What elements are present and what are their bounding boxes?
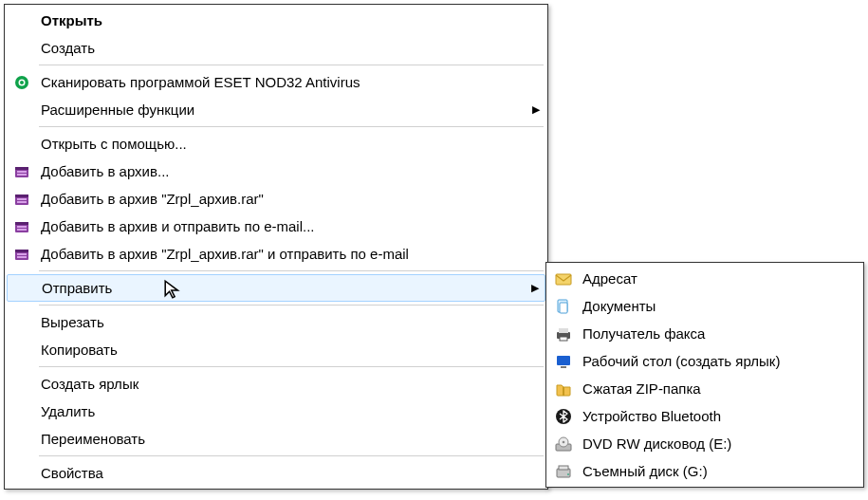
menu-create-label: Создать xyxy=(37,40,545,56)
menu-properties-label: Свойства xyxy=(37,465,545,481)
separator xyxy=(39,305,544,306)
sendto-recipient-label: Адресат xyxy=(579,270,861,287)
menu-rename-label: Переименовать xyxy=(37,431,545,447)
menu-cut[interactable]: Вырезать xyxy=(7,308,545,336)
winrar-icon xyxy=(7,218,37,235)
menu-archive-named-and-email[interactable]: Добавить в архив "Zrpl_архив.rar" и отпр… xyxy=(7,240,545,268)
menu-add-to-archive-label: Добавить в архив... xyxy=(37,163,545,179)
menu-create-shortcut[interactable]: Создать ярлык xyxy=(7,370,545,398)
sendto-dvd-label: DVD RW дисковод (E:) xyxy=(579,435,861,452)
svg-rect-6 xyxy=(17,174,27,176)
separator xyxy=(39,126,544,127)
sendto-desktop[interactable]: Рабочий стол (создать ярлык) xyxy=(548,347,861,375)
sendto-bluetooth[interactable]: Устройство Bluetooth xyxy=(548,402,861,430)
bluetooth-icon xyxy=(548,408,579,425)
menu-advanced-functions-label: Расширенные функции xyxy=(37,102,526,118)
menu-rename[interactable]: Переименовать xyxy=(7,425,545,453)
svg-rect-5 xyxy=(17,171,27,173)
svg-rect-25 xyxy=(557,356,570,365)
mail-icon xyxy=(548,270,579,287)
svg-point-31 xyxy=(563,440,565,443)
svg-rect-13 xyxy=(17,226,27,228)
separator xyxy=(39,65,544,65)
removable-disk-icon xyxy=(548,463,579,480)
sendto-zip-label: Сжатая ZIP-папка xyxy=(579,380,861,397)
svg-rect-4 xyxy=(15,167,28,170)
menu-delete-label: Удалить xyxy=(37,403,545,419)
menu-archive-named-and-email-label: Добавить в архив "Zrpl_архив.rar" и отпр… xyxy=(37,246,545,262)
sendto-zip[interactable]: Сжатая ZIP-папка xyxy=(548,375,861,402)
menu-add-to-archive[interactable]: Добавить в архив... xyxy=(7,157,545,185)
separator xyxy=(39,455,544,456)
svg-rect-14 xyxy=(17,229,27,231)
menu-delete[interactable]: Удалить xyxy=(7,398,545,425)
menu-add-to-named-archive-label: Добавить в архив "Zrpl_архив.rar" xyxy=(37,191,545,207)
menu-properties[interactable]: Свойства xyxy=(7,459,545,487)
svg-rect-23 xyxy=(559,328,568,333)
svg-rect-24 xyxy=(560,337,567,341)
svg-rect-27 xyxy=(563,387,564,396)
winrar-icon xyxy=(7,191,37,208)
svg-rect-8 xyxy=(15,194,28,197)
menu-create-shortcut-label: Создать ярлык xyxy=(37,376,545,392)
sendto-dvd-drive[interactable]: DVD RW дисковод (E:) xyxy=(548,430,861,457)
svg-rect-12 xyxy=(15,222,28,225)
menu-copy-label: Копировать xyxy=(37,342,545,358)
separator xyxy=(39,270,544,271)
svg-point-34 xyxy=(567,473,569,475)
svg-rect-18 xyxy=(17,256,27,258)
sendto-documents[interactable]: Документы xyxy=(548,292,861,320)
documents-icon xyxy=(548,298,579,315)
eset-icon xyxy=(7,74,37,91)
svg-rect-10 xyxy=(17,201,27,203)
menu-archive-and-email-label: Добавить в архив и отправить по e-mail..… xyxy=(37,218,545,234)
zip-folder-icon xyxy=(548,380,579,398)
menu-send-to[interactable]: Отправить ▶ xyxy=(7,274,545,302)
sendto-removable-label: Съемный диск (G:) xyxy=(579,463,861,479)
menu-open-with-label: Открыть с помощью... xyxy=(37,136,545,152)
fax-icon xyxy=(548,325,579,343)
sendto-fax-label: Получатель факса xyxy=(579,325,861,342)
menu-advanced-functions[interactable]: Расширенные функции ▶ xyxy=(7,96,545,123)
svg-rect-26 xyxy=(561,366,566,368)
svg-rect-21 xyxy=(560,303,567,313)
menu-add-to-named-archive[interactable]: Добавить в архив "Zrpl_архив.rar" xyxy=(7,185,545,213)
desktop-icon xyxy=(548,353,579,370)
menu-cut-label: Вырезать xyxy=(37,314,545,330)
svg-rect-17 xyxy=(17,253,27,255)
submenu-arrow-icon: ▶ xyxy=(526,282,545,294)
sendto-documents-label: Документы xyxy=(579,298,861,314)
separator xyxy=(39,366,544,367)
dvd-drive-icon xyxy=(548,435,579,453)
menu-create[interactable]: Создать xyxy=(7,34,545,62)
svg-point-2 xyxy=(20,81,24,84)
menu-scan-eset-label: Сканировать программой ESET NOD32 Antivi… xyxy=(37,74,545,90)
sendto-fax[interactable]: Получатель факса xyxy=(548,320,861,347)
sendto-recipient[interactable]: Адресат xyxy=(548,265,861,292)
context-menu-sendto: Адресат Документы Получатель факса Рабоч… xyxy=(545,262,864,488)
submenu-arrow-icon: ▶ xyxy=(526,103,545,116)
svg-rect-9 xyxy=(17,198,27,200)
svg-rect-19 xyxy=(556,274,571,285)
sendto-removable-disk[interactable]: Съемный диск (G:) xyxy=(548,457,861,485)
svg-rect-16 xyxy=(15,250,28,252)
context-menu-main: Открыть Создать Сканировать программой E… xyxy=(4,4,548,490)
menu-scan-eset[interactable]: Сканировать программой ESET NOD32 Antivi… xyxy=(7,68,545,96)
svg-rect-33 xyxy=(559,466,568,470)
menu-open-with[interactable]: Открыть с помощью... xyxy=(7,130,545,157)
sendto-desktop-label: Рабочий стол (создать ярлык) xyxy=(579,353,861,369)
menu-open-label: Открыть xyxy=(37,12,545,28)
menu-open[interactable]: Открыть xyxy=(7,7,545,34)
sendto-bluetooth-label: Устройство Bluetooth xyxy=(579,408,861,424)
menu-send-to-label: Отправить xyxy=(38,280,526,296)
menu-archive-and-email[interactable]: Добавить в архив и отправить по e-mail..… xyxy=(7,213,545,240)
winrar-icon xyxy=(7,246,37,263)
menu-copy[interactable]: Копировать xyxy=(7,336,545,363)
winrar-icon xyxy=(7,163,37,180)
